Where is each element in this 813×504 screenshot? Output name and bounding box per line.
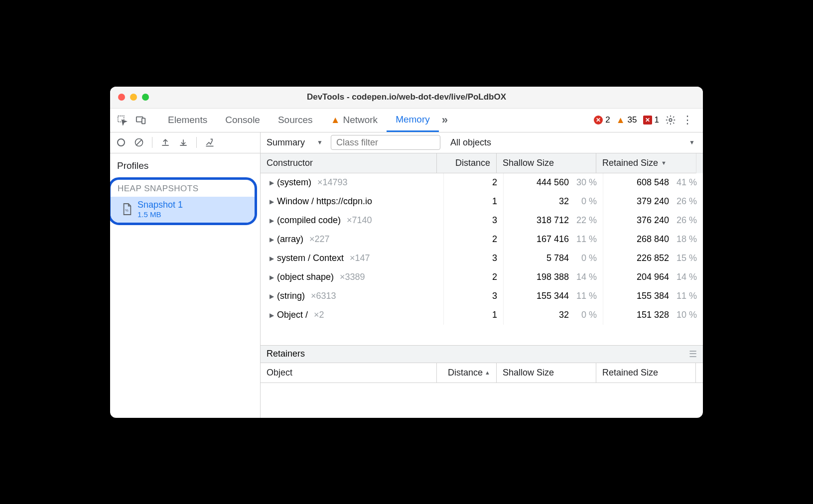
expand-arrow-icon[interactable]: ▶ [270,293,274,300]
clear-icon[interactable] [133,136,145,148]
shallow-size-value: 32 [559,196,569,207]
device-toggle-icon[interactable] [135,114,147,126]
table-header-row: Constructor Distance Shallow Size Retain… [261,153,696,173]
view-dropdown[interactable]: Summary▼ [267,137,323,148]
retained-size-pct: 10 % [674,310,697,320]
minimize-window-button[interactable] [130,94,137,101]
scrollbar[interactable] [696,153,703,173]
retainers-header-row: Object Distance Shallow Size Retained Si… [261,363,703,383]
zoom-window-button[interactable] [142,94,149,101]
retainers-section-header: Retainers ☰ [261,345,703,363]
shallow-size-pct: 0 % [574,196,597,207]
retainers-col-object[interactable]: Object [261,363,437,382]
table-row[interactable]: ▶(system)×147932444 56030 %608 54841 % [261,173,703,192]
svg-point-3 [669,119,672,122]
expand-arrow-icon[interactable]: ▶ [270,198,274,205]
constructor-name: Object / [277,310,308,320]
snapshot-name: Snapshot 1 [137,200,183,210]
tab-sources[interactable]: Sources [269,109,322,132]
table-row[interactable]: ▶system / Context×14735 7840 %226 85215 … [261,249,703,268]
class-filter-input[interactable] [331,135,440,150]
distance-value: 1 [444,192,504,211]
traffic-lights [110,94,149,101]
retained-size-value: 608 548 [637,177,669,188]
table-row[interactable]: ▶(string)×63133155 34411 %155 38411 % [261,287,703,306]
close-window-button[interactable] [118,94,125,101]
scope-dropdown[interactable]: All objects [450,137,491,148]
retained-size-value: 268 840 [637,234,669,245]
scope-dropdown-triangle-icon[interactable]: ▼ [689,139,695,146]
instance-count: ×227 [309,234,330,245]
retainers-empty-body [261,383,703,418]
svg-line-5 [136,139,142,145]
instance-count: ×14793 [317,177,348,188]
shallow-size-pct: 22 % [574,215,597,226]
tab-memory[interactable]: Memory [387,109,439,132]
warnings-badge[interactable]: ▲35 [616,115,637,126]
message-icon: ✕ [643,116,652,125]
shallow-size-value: 444 560 [537,177,569,188]
expand-arrow-icon[interactable]: ▶ [270,274,274,281]
window-title: DevTools - codepen.io/web-dot-dev/live/P… [110,92,703,102]
warnings-count: 35 [628,115,637,125]
col-retained-size[interactable]: Retained Size [596,153,696,173]
distance-value: 2 [444,230,504,249]
distance-value: 2 [444,173,504,192]
distance-value: 1 [444,306,504,325]
shallow-size-pct: 11 % [574,234,597,245]
profiles-heading: Profiles [110,153,260,175]
retained-size-pct: 15 % [674,253,697,263]
table-row[interactable]: ▶Window / https://cdpn.io1320 %379 24026… [261,192,703,211]
constructor-name: (compiled code) [277,215,341,226]
record-icon[interactable] [115,136,127,148]
main-toolbar: Summary▼ All objects ▼ [261,132,703,153]
retained-size-pct: 18 % [674,234,697,245]
constructor-name: Window / https://cdpn.io [277,196,372,207]
snapshot-size: 1.5 MB [137,210,183,219]
retainers-col-retained[interactable]: Retained Size [596,363,696,382]
col-shallow-size[interactable]: Shallow Size [497,153,596,173]
collect-garbage-icon[interactable] [204,136,216,148]
expand-arrow-icon[interactable]: ▶ [270,312,274,319]
settings-icon[interactable] [665,115,676,126]
retainers-col-shallow[interactable]: Shallow Size [497,363,596,382]
messages-count: 1 [655,115,659,125]
distance-value: 3 [444,287,504,306]
retained-size-pct: 11 % [674,291,697,301]
distance-value: 3 [444,211,504,230]
constructor-name: system / Context [277,253,344,263]
table-row[interactable]: ▶(compiled code)×71403318 71222 %376 240… [261,211,703,230]
col-constructor[interactable]: Constructor [261,153,437,173]
shallow-size-pct: 14 % [574,272,597,282]
table-row[interactable]: ▶(object shape)×33892198 38814 %204 9641… [261,268,703,287]
messages-badge[interactable]: ✕1 [643,115,659,125]
shallow-size-value: 167 416 [537,234,569,245]
save-profile-icon[interactable] [177,136,189,148]
heap-snapshots-label: HEAP SNAPSHOTS [118,184,251,194]
tabs-overflow-icon[interactable]: » [442,114,448,126]
errors-badge[interactable]: ✕2 [594,115,610,125]
expand-arrow-icon[interactable]: ▶ [270,236,274,243]
retained-size-value: 151 328 [637,310,669,320]
inspect-element-icon[interactable] [116,114,128,126]
table-body[interactable]: ▶(system)×147932444 56030 %608 54841 %▶W… [261,173,703,345]
retainers-col-distance[interactable]: Distance [437,363,497,382]
titlebar: DevTools - codepen.io/web-dot-dev/live/P… [110,87,703,109]
table-row[interactable]: ▶(array)×2272167 41611 %268 84018 % [261,230,703,249]
expand-arrow-icon[interactable]: ▶ [270,217,274,224]
more-menu-icon[interactable]: ⋮ [682,114,693,126]
table-row[interactable]: ▶Object /×21320 %151 32810 % [261,306,703,325]
tab-console[interactable]: Console [216,109,269,132]
tab-elements[interactable]: Elements [159,109,216,132]
expand-arrow-icon[interactable]: ▶ [270,255,274,262]
col-distance[interactable]: Distance [437,153,497,173]
retainers-menu-icon[interactable]: ☰ [689,349,697,360]
constructor-name: (object shape) [277,272,334,282]
expand-arrow-icon[interactable]: ▶ [270,179,274,186]
scope-dropdown-label: All objects [450,137,491,148]
load-profile-icon[interactable] [159,136,171,148]
error-icon: ✕ [594,116,603,125]
retained-size-value: 376 240 [637,215,669,226]
snapshot-item[interactable]: % Snapshot 1 1.5 MB [111,197,255,223]
tab-network[interactable]: ▲Network [322,109,387,132]
